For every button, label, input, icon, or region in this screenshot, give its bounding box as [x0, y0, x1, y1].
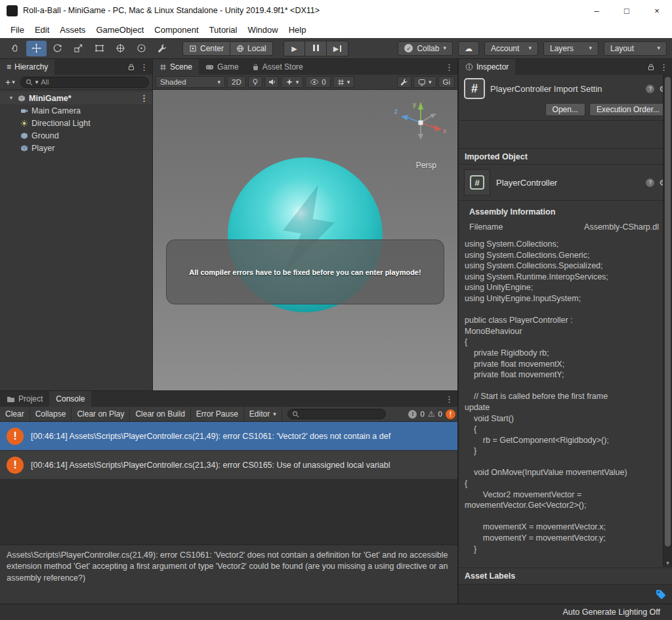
- pause-button[interactable]: [305, 41, 327, 56]
- console-detail-pane[interactable]: Assets\Scripts\PlayerController.cs(21,49…: [0, 545, 457, 604]
- kebab-menu-icon[interactable]: ⋮: [140, 93, 148, 103]
- scene-tab-icon: [159, 64, 167, 71]
- script-component-header[interactable]: # PlayerController ? ⚙: [459, 165, 672, 201]
- error-pause-button[interactable]: Error Pause: [191, 407, 244, 421]
- clear-button[interactable]: Clear: [0, 407, 30, 421]
- scene-visibility-toggle[interactable]: 0: [305, 76, 330, 88]
- scene-canvas[interactable]: All compiler errors have to be fixed bef…: [153, 90, 457, 390]
- kebab-menu-icon[interactable]: ⋮: [140, 62, 148, 72]
- transform-icon: [116, 43, 125, 53]
- hierarchy-item-directional-light[interactable]: Directional Light: [0, 117, 152, 129]
- menu-component[interactable]: Component: [149, 21, 203, 38]
- clear-on-build-button[interactable]: Clear on Build: [130, 407, 190, 421]
- tab-project[interactable]: Project: [0, 391, 49, 407]
- layers-dropdown[interactable]: Layers ▾: [543, 41, 598, 56]
- playmode-controls: ▶ ▶: [284, 41, 348, 56]
- close-button[interactable]: ×: [642, 0, 672, 21]
- scene-lighting-toggle[interactable]: [248, 76, 262, 88]
- clear-on-play-button[interactable]: Clear on Play: [72, 407, 130, 421]
- account-dropdown[interactable]: Account ▾: [484, 41, 538, 56]
- lock-icon[interactable]: [127, 63, 135, 71]
- custom-tool-button[interactable]: [131, 41, 152, 56]
- kebab-menu-icon[interactable]: ⋮: [445, 394, 453, 404]
- tab-console[interactable]: Console: [49, 391, 91, 407]
- tab-hierarchy[interactable]: ≡ Hierarchy: [0, 59, 54, 75]
- collapse-button[interactable]: Collapse: [30, 407, 72, 421]
- scrollbar-thumb[interactable]: [665, 77, 671, 547]
- toggle-2d-button[interactable]: 2D: [227, 76, 246, 88]
- kebab-menu-icon[interactable]: ⋮: [445, 62, 453, 72]
- warning-filter-icon[interactable]: ⚠: [428, 409, 435, 419]
- open-button[interactable]: Open...: [545, 103, 585, 116]
- camera-settings-dropdown[interactable]: ▾: [413, 76, 436, 88]
- tag-icon[interactable]: [655, 589, 666, 600]
- inspector-scrollbar[interactable]: ▼: [663, 75, 672, 567]
- pivot-mode-button[interactable]: Center: [182, 41, 230, 56]
- error-icon: !: [7, 428, 24, 445]
- lock-icon[interactable]: [647, 63, 655, 71]
- error-filter-icon[interactable]: !: [446, 409, 455, 419]
- rotate-tool-button[interactable]: [47, 41, 68, 56]
- menu-file[interactable]: File: [5, 21, 30, 38]
- draw-mode-dropdown[interactable]: Shaded ▾: [156, 76, 225, 88]
- gizmos-dropdown[interactable]: Gi: [438, 76, 455, 88]
- coordinate-space-button[interactable]: Local: [230, 41, 273, 56]
- help-icon[interactable]: ?: [646, 178, 654, 187]
- move-tool-button[interactable]: [26, 41, 47, 56]
- menu-gameobject[interactable]: GameObject: [91, 21, 149, 38]
- csharp-script-icon: #: [464, 78, 485, 99]
- scene-orientation-gizmo[interactable]: y x z: [393, 99, 448, 145]
- grid-settings-dropdown[interactable]: ▾: [333, 76, 355, 88]
- foldout-caret-icon[interactable]: ▼: [9, 95, 14, 101]
- game-tab-label: Game: [217, 62, 239, 72]
- console-search-input[interactable]: [287, 409, 386, 419]
- step-button[interactable]: ▶: [327, 41, 348, 56]
- transform-tool-button[interactable]: [110, 41, 131, 56]
- auto-generate-lighting-status[interactable]: Auto Generate Lighting Off: [563, 608, 660, 617]
- hierarchy-search-input[interactable]: ▾ All: [20, 77, 149, 88]
- collab-dropdown[interactable]: ✓ Collab ▾: [398, 41, 453, 56]
- unity-scene-icon: [18, 94, 26, 102]
- scale-tool-button[interactable]: [68, 41, 89, 56]
- menu-edit[interactable]: Edit: [30, 21, 54, 38]
- gamepad-icon: [205, 64, 214, 70]
- hand-tool-button[interactable]: [5, 41, 26, 56]
- editor-dropdown[interactable]: Editor ▾: [244, 407, 282, 421]
- info-filter-icon[interactable]: !: [408, 410, 417, 419]
- menu-help[interactable]: Help: [284, 21, 312, 38]
- scene-effects-dropdown[interactable]: ▾: [281, 76, 304, 88]
- layout-dropdown[interactable]: Layout ▾: [604, 41, 667, 56]
- chevron-down-icon: ▾: [657, 45, 660, 51]
- rect-tool-button[interactable]: [89, 41, 110, 56]
- tab-game[interactable]: Game: [199, 59, 245, 75]
- console-entry[interactable]: ! [00:46:14] Assets\Scripts\PlayerContro…: [0, 422, 457, 451]
- axis-x-label: x: [443, 127, 446, 134]
- hierarchy-item-player[interactable]: Player: [0, 142, 152, 154]
- component-tools-button[interactable]: [397, 76, 411, 88]
- tab-scene[interactable]: Scene: [153, 59, 199, 75]
- scene-root-row[interactable]: ▼ MiniGame* ⋮: [0, 92, 152, 104]
- menu-tutorial[interactable]: Tutorial: [204, 21, 243, 38]
- hierarchy-item-main-camera[interactable]: Main Camera: [0, 104, 152, 117]
- persp-label[interactable]: Persp: [416, 161, 436, 170]
- kebab-menu-icon[interactable]: ⋮: [660, 62, 668, 72]
- search-filter-caret-icon: ▾: [35, 79, 39, 85]
- maximize-button[interactable]: □: [612, 0, 642, 21]
- tab-inspector[interactable]: Inspector: [459, 59, 515, 75]
- cloud-button[interactable]: ☁: [458, 41, 479, 56]
- hierarchy-item-ground[interactable]: Ground: [0, 129, 152, 142]
- project-tab-label: Project: [18, 394, 43, 403]
- menu-assets[interactable]: Assets: [54, 21, 91, 38]
- console-entry[interactable]: ! [00:46:14] Assets\Scripts\PlayerContro…: [0, 451, 457, 480]
- minimize-button[interactable]: –: [581, 0, 612, 21]
- scene-audio-toggle[interactable]: [264, 76, 279, 88]
- menu-window[interactable]: Window: [242, 21, 283, 38]
- scrollbar-down-arrow-icon[interactable]: ▼: [663, 560, 672, 566]
- create-object-button[interactable]: + ▾: [3, 77, 17, 87]
- tab-asset-store[interactable]: Asset Store: [245, 59, 310, 75]
- execution-order-button[interactable]: Execution Order...: [589, 103, 667, 116]
- info-count: 0: [420, 410, 424, 418]
- play-button[interactable]: ▶: [284, 41, 305, 56]
- help-icon[interactable]: ?: [646, 85, 654, 93]
- available-tools-button[interactable]: [152, 41, 173, 56]
